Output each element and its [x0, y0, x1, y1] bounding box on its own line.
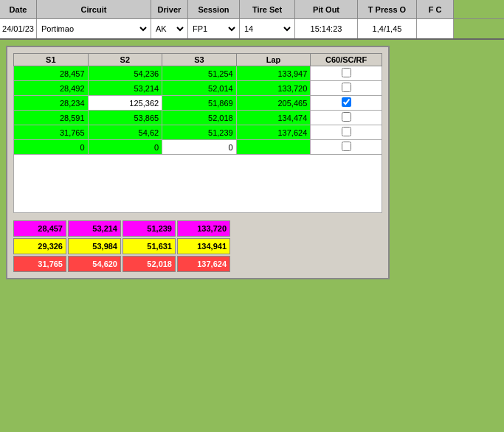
checkbox-row1[interactable]: [311, 81, 382, 96]
checkbox-row3[interactable]: [311, 111, 382, 125]
summary-cell-row2-col1: 54,620: [68, 256, 121, 272]
summary-cell-row0-col2: 51,239: [122, 220, 176, 237]
header-pitout-value: 15:14:23: [295, 19, 358, 38]
cell-row2-col2: 51,869: [162, 96, 237, 111]
summary-cell-row0-col1: 53,214: [68, 220, 121, 237]
summary-cell-row1-col1: 53,984: [68, 238, 121, 254]
col-header-s2: S2: [88, 54, 162, 66]
summary-cell-row2-col0: 31,765: [13, 256, 66, 272]
header-fc-label: F C: [417, 0, 454, 18]
main-panel: S1 S2 S3 Lap C60/SC/RF 28,45754,23651,25…: [6, 46, 390, 279]
header-fc-value: [417, 19, 454, 38]
summary-row-1: 29,32653,98451,631134,941: [13, 238, 382, 254]
col-header-s1: S1: [14, 54, 89, 66]
header-pitout-label: Pit Out: [295, 0, 358, 18]
header-circuit-label: Circuit: [37, 0, 151, 18]
header-tireset-value[interactable]: 14: [240, 19, 295, 38]
cell-row0-col1: 54,236: [88, 66, 162, 81]
table-row: 28,45754,23651,254133,947: [14, 66, 382, 81]
table-row: 000: [14, 140, 382, 155]
summary-row-2: 31,76554,62052,018137,624: [13, 256, 382, 272]
cell-row2-col1: 125,362: [88, 96, 162, 111]
cell-row4-col0: 31,765: [14, 125, 89, 140]
checkbox-row4[interactable]: [311, 125, 382, 140]
header-tpress-value: 1,4/1,45: [358, 19, 417, 38]
summary-row-0: 28,45753,21451,239133,720: [13, 220, 382, 237]
cell-row0-col2: 51,254: [162, 66, 237, 81]
cell-row3-col1: 53,865: [88, 111, 162, 125]
checkbox-row5[interactable]: [311, 140, 382, 155]
header-session-label: Session: [188, 0, 240, 18]
cell-row2-col3: 205,465: [236, 96, 311, 111]
cell-row5-col3: [236, 140, 311, 155]
header-tpress-label: T Press O: [358, 0, 417, 18]
checkbox-input-row3[interactable]: [342, 112, 351, 122]
cell-row4-col2: 51,239: [162, 125, 237, 140]
summary-section: 28,45753,21451,239133,72029,32653,98451,…: [13, 220, 382, 272]
circuit-select[interactable]: Portimao: [38, 24, 149, 34]
cell-row3-col2: 52,018: [162, 111, 237, 125]
checkbox-row0[interactable]: [311, 66, 382, 81]
header-driver-value[interactable]: AK: [151, 19, 188, 38]
cell-row1-col1: 53,214: [88, 81, 162, 96]
table-row: 28,234125,36251,869205,465: [14, 96, 382, 111]
cell-row3-col3: 134,474: [236, 111, 311, 125]
summary-cell-row2-col2: 52,018: [122, 256, 176, 272]
cell-row4-col3: 137,624: [236, 125, 311, 140]
summary-cell-row1-col2: 51,631: [122, 238, 176, 254]
cell-row5-col0: 0: [14, 140, 89, 155]
table-row: 28,59153,86552,018134,474: [14, 111, 382, 125]
header-circuit-value[interactable]: Portimao: [37, 19, 151, 38]
table-row: 31,76554,6251,239137,624: [14, 125, 382, 140]
session-select[interactable]: FP1: [190, 24, 238, 34]
checkbox-input-row0[interactable]: [342, 68, 351, 77]
summary-cell-row0-col0: 28,457: [13, 220, 66, 237]
cell-row3-col0: 28,591: [14, 111, 89, 125]
lap-table: S1 S2 S3 Lap C60/SC/RF 28,45754,23651,25…: [13, 53, 382, 155]
checkbox-row2[interactable]: [311, 96, 382, 111]
summary-cell-row2-col3: 137,624: [177, 256, 230, 272]
summary-cell-row1-col3: 134,941: [177, 238, 230, 254]
cell-row5-col1: 0: [88, 140, 162, 155]
driver-select[interactable]: AK: [153, 24, 186, 34]
col-header-s3: S3: [162, 54, 237, 66]
col-header-c60: C60/SC/RF: [311, 54, 382, 66]
cell-row1-col2: 52,014: [162, 81, 237, 96]
cell-row2-col0: 28,234: [14, 96, 89, 111]
cell-row1-col0: 28,492: [14, 81, 89, 96]
empty-space: [13, 154, 382, 213]
col-header-lap: Lap: [236, 54, 311, 66]
summary-cell-row1-col0: 29,326: [13, 238, 66, 254]
cell-row0-col3: 133,947: [236, 66, 311, 81]
checkbox-input-row5[interactable]: [342, 142, 351, 151]
header-driver-label: Driver: [151, 0, 188, 18]
tireset-select[interactable]: 14: [241, 24, 293, 34]
summary-cell-row0-col3: 133,720: [177, 220, 230, 237]
checkbox-input-row1[interactable]: [342, 83, 351, 92]
table-row: 28,49253,21452,014133,720: [14, 81, 382, 96]
header-session-value[interactable]: FP1: [188, 19, 240, 38]
cell-row5-col2: 0: [162, 140, 237, 155]
cell-row1-col3: 133,720: [236, 81, 311, 96]
cell-row4-col1: 54,62: [88, 125, 162, 140]
header-date-value: 24/01/23: [0, 19, 37, 38]
header-tireset-label: Tire Set: [240, 0, 295, 18]
checkbox-input-row2[interactable]: [342, 97, 351, 107]
header-date-label: Date: [0, 0, 37, 18]
checkbox-input-row4[interactable]: [342, 127, 351, 136]
cell-row0-col0: 28,457: [14, 66, 89, 81]
